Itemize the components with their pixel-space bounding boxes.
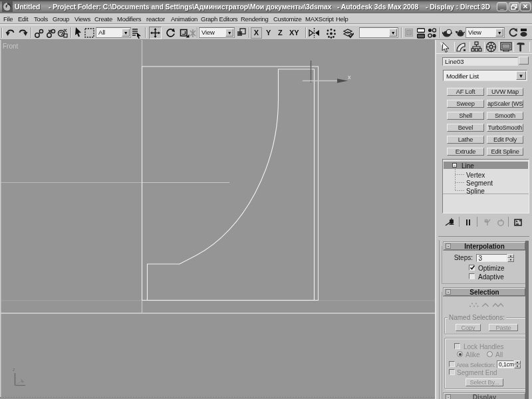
svg-text:Front: Front bbox=[3, 43, 19, 50]
svg-text:x: x bbox=[348, 74, 351, 80]
svg-text:z: z bbox=[13, 367, 15, 372]
